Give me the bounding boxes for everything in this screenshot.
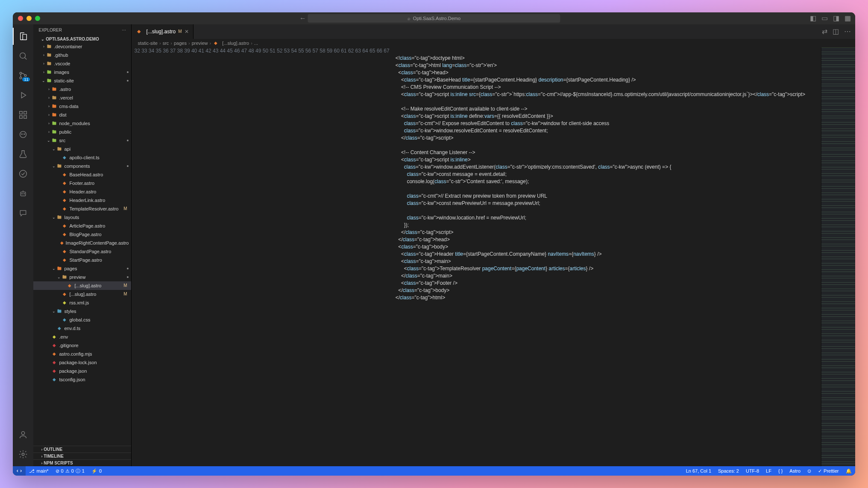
breadcrumb-item[interactable]: src [163,41,169,46]
tree-label: [...slug].astro [69,292,123,297]
tree-item[interactable]: ⌄src• [33,136,131,145]
tree-item[interactable]: ⌄api [33,145,131,153]
breadcrumb-item[interactable]: [...slug].astro [222,41,249,46]
compare-changes-icon[interactable]: ⇄ [822,27,827,35]
tree-item[interactable]: ◆StartPage.astro [33,256,131,264]
split-editor-icon[interactable]: ◫ [833,27,839,35]
tree-item[interactable]: ◆global.css [33,316,131,324]
tree-item[interactable]: ◆StandardPage.astro [33,247,131,256]
tree-item[interactable]: ⌄styles [33,307,131,316]
tree-item[interactable]: ›cms-data [33,102,131,111]
tree-item[interactable]: ›public [33,128,131,136]
comment-icon[interactable] [13,205,33,222]
tree-item[interactable]: ◆Header.astro [33,187,131,196]
zoom-window[interactable] [35,16,40,21]
tree-item[interactable]: ◆BaseHead.astro [33,170,131,179]
command-center[interactable]: ⌕ Opti.SaaS.Astro.Demo [308,14,560,23]
minimap[interactable] [821,47,855,467]
toggle-secondary-sidebar-icon[interactable]: ◨ [833,14,839,22]
project-name[interactable]: ⌄ OPTI.SAAS.ASTRO.DEMO [33,36,131,42]
tree-item[interactable]: ›dist [33,111,131,119]
tree-item[interactable]: ›images• [33,68,131,76]
tree-item[interactable]: ◆package.json [33,367,131,375]
remote-indicator[interactable] [13,466,26,476]
copilot-icon[interactable] [13,126,33,143]
timeline-section[interactable]: › TIMELINE [33,453,131,459]
tree-item[interactable]: ◆[...slug].astroM [33,290,131,298]
tree-item[interactable]: ◆package-lock.json [33,358,131,367]
prettier-status[interactable]: ✓ Prettier [815,468,842,474]
language-mode[interactable]: Astro [786,468,804,473]
branch-status[interactable]: ⎇ main* [26,466,52,476]
tree-item[interactable]: ◆TemplateResolver.astroM [33,205,131,213]
tree-item[interactable]: ◆HeaderLink.astro [33,196,131,205]
toggle-primary-sidebar-icon[interactable]: ◧ [810,14,816,22]
tree-item[interactable]: ◆ImageRightContentPage.astro [33,239,131,247]
explorer-icon[interactable] [13,28,33,45]
ports-status[interactable]: ⚡ 0 [88,466,105,476]
tree-item[interactable]: ⌄layouts [33,213,131,222]
notifications-icon[interactable]: 🔔 [842,468,855,474]
accounts-check-icon[interactable] [13,165,33,182]
tree-item[interactable]: ⌄preview• [33,273,131,281]
sidebar-more-icon[interactable]: ⋯ [122,28,126,32]
code-content[interactable]: <!class="c-tag">doctype html> <class="c-… [396,47,821,467]
tree-item[interactable]: ◆astro.config.mjs [33,350,131,358]
tree-item[interactable]: ◆.gitignore [33,341,131,350]
search-icon-activity[interactable] [13,47,33,64]
eol[interactable]: LF [762,468,775,473]
tree-item[interactable]: ◆[...slug].astroM [33,281,131,290]
breadcrumb-item[interactable]: static-site [138,41,157,46]
settings-gear-icon[interactable] [13,446,33,463]
close-window[interactable] [18,16,23,21]
tree-item[interactable]: ›.devcontainer [33,42,131,51]
copilot-status-icon[interactable]: ⊙ [804,468,815,474]
tab-active[interactable]: ◆ [...slug].astro M ✕ [132,24,193,39]
brackets-icon[interactable]: { } [775,468,786,473]
tree-item[interactable]: ◆ArticlePage.astro [33,222,131,230]
close-icon[interactable]: ✕ [185,29,189,35]
tree-item[interactable]: ⌄components• [33,162,131,170]
nav-back[interactable]: ← [299,15,306,22]
tree-item[interactable]: ›.vscode [33,59,131,68]
robot-icon[interactable] [13,185,33,202]
testing-icon[interactable] [13,146,33,163]
tree-item[interactable]: ◆tsconfig.json [33,375,131,384]
breadcrumb-item[interactable]: preview [192,41,208,46]
tree-item[interactable]: ◆rss.xml.js [33,298,131,307]
sidebar-title: EXPLORER [38,28,62,32]
breadcrumb-item[interactable]: pages [174,41,187,46]
npm-section[interactable]: › NPM SCRIPTS [33,459,131,466]
cursor-position[interactable]: Ln 67, Col 1 [683,468,715,473]
tree-item[interactable]: ◆BlogPage.astro [33,230,131,239]
svg-point-10 [24,134,25,134]
more-actions-icon[interactable]: ⋯ [844,27,851,35]
encoding[interactable]: UTF-8 [742,468,762,473]
tree-item[interactable]: ›node_modules [33,119,131,128]
tree-item[interactable]: ⌄static-site• [33,76,131,85]
tree-item[interactable]: ›.github [33,51,131,59]
tree-item[interactable]: ◆env.d.ts [33,324,131,333]
extensions-icon[interactable] [13,106,33,123]
tree-item[interactable]: ◆Footer.astro [33,179,131,187]
run-debug-icon[interactable] [13,87,33,104]
tree-item[interactable]: ◆.env [33,333,131,341]
customize-layout-icon[interactable]: ▦ [845,14,851,22]
tree-label: astro.config.mjs [59,351,129,357]
outline-section[interactable]: › OUTLINE [33,446,131,453]
indentation[interactable]: Spaces: 2 [715,468,742,473]
svg-point-8 [20,131,26,137]
tree-item[interactable]: ⌄pages• [33,264,131,273]
minimize-window[interactable] [26,16,32,21]
file-icon: ◆ [51,377,57,382]
toggle-panel-icon[interactable]: ▭ [821,14,828,22]
problems-status[interactable]: ⊘ 0 ⚠ 0 ⓘ 1 [52,466,88,476]
breadcrumb-item[interactable]: ... [254,41,258,46]
source-control-icon[interactable]: 11 [13,67,33,84]
accounts-icon[interactable] [13,426,33,443]
tree-item[interactable]: ◆apollo-client.ts [33,153,131,162]
editor[interactable]: 32 33 34 35 36 37 38 39 40 41 42 43 44 4… [132,47,821,467]
tree-item[interactable]: ›.astro [33,85,131,94]
breadcrumb[interactable]: static-site›src›pages›preview›◆ [...slug… [132,39,855,47]
tree-item[interactable]: ›.vercel [33,94,131,102]
